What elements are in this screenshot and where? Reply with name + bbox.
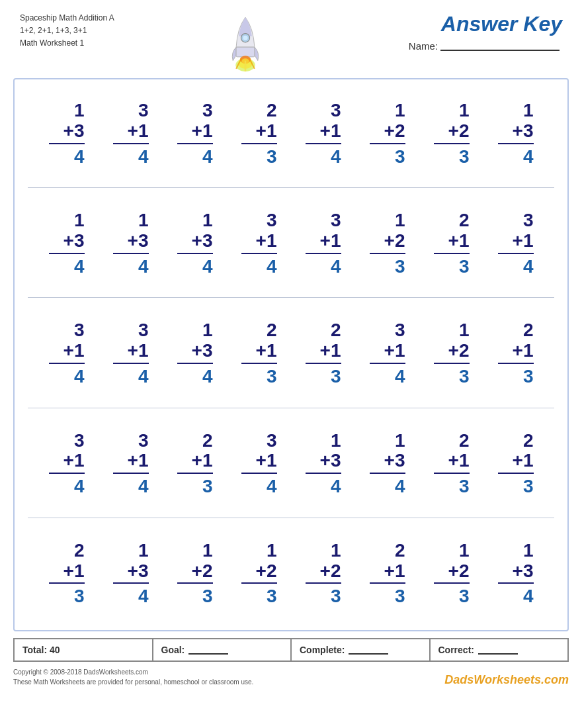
logo-dads: Dads: [444, 673, 474, 686]
title-line1: Spaceship Math Addition A: [20, 12, 114, 24]
copyright-left: Copyright © 2008-2018 DadsWorksheets.com…: [13, 667, 253, 687]
goal-cell: Goal:: [153, 639, 292, 660]
addend: +1: [241, 121, 277, 144]
top-number: 1: [459, 101, 470, 121]
title-line3: Math Worksheet 1: [20, 37, 114, 50]
header-center: [114, 12, 377, 71]
top-number: 2: [202, 431, 213, 451]
problem-r3-c7: 1+23: [429, 318, 475, 390]
problem-r1-c1: 1+34: [44, 98, 90, 170]
top-number: 1: [459, 541, 470, 561]
addend: +1: [49, 341, 85, 364]
problem-r3-c6: 3+14: [364, 318, 411, 390]
problem-r5-c8: 1+34: [493, 538, 539, 610]
top-number: 1: [202, 320, 213, 341]
problem-r1-c2: 3+14: [108, 98, 154, 170]
answer: 3: [523, 475, 534, 498]
total-value: 40: [50, 645, 60, 655]
answer-key-label: Answer Key: [441, 12, 562, 36]
addend: +2: [434, 561, 470, 584]
problem-r3-c5: 2+13: [300, 318, 347, 390]
addend: +1: [498, 341, 534, 364]
problem-r5-c7: 1+23: [429, 538, 475, 610]
top-number: 1: [267, 541, 277, 561]
complete-label: Complete:: [300, 645, 345, 655]
top-number: 3: [331, 101, 341, 121]
addend: +3: [49, 121, 85, 144]
title-line2: 1+2, 2+1, 1+3, 3+1: [20, 24, 114, 37]
addend: +3: [177, 341, 213, 364]
answer: 4: [523, 585, 534, 608]
addend: +2: [306, 561, 341, 584]
top-number: 3: [74, 320, 85, 341]
svg-rect-4: [236, 47, 255, 57]
top-number: 1: [395, 101, 405, 121]
addend: +1: [49, 451, 85, 474]
answer: 4: [395, 475, 405, 498]
problem-r4-c4: 3+14: [236, 428, 282, 500]
row-divider: [28, 297, 554, 298]
answer: 4: [202, 255, 213, 278]
answer: 4: [331, 255, 341, 278]
answer: 3: [523, 365, 534, 388]
problems-row-1: 1+343+143+142+133+141+231+231+34: [28, 86, 554, 177]
problem-r2-c4: 3+14: [236, 208, 282, 280]
answer: 3: [267, 585, 277, 608]
answer: 4: [331, 146, 341, 168]
answer: 4: [74, 475, 85, 498]
answer: 3: [459, 146, 470, 168]
answer: 4: [74, 255, 85, 278]
addend: +3: [370, 451, 405, 474]
top-number: 1: [395, 431, 405, 451]
top-number: 1: [459, 320, 470, 341]
addend: +1: [434, 231, 470, 254]
answer: 4: [202, 365, 213, 388]
answer: 4: [395, 365, 405, 388]
header-left: Spaceship Math Addition A 1+2, 2+1, 1+3,…: [20, 12, 114, 50]
top-number: 1: [202, 210, 213, 231]
addend: +2: [434, 341, 470, 364]
answer: 4: [138, 585, 149, 608]
addend: +3: [113, 561, 149, 584]
answer: 3: [202, 475, 213, 498]
problems-row-4: 3+143+142+133+141+341+342+132+13: [28, 416, 554, 507]
top-number: 3: [267, 210, 277, 231]
addend: +1: [241, 451, 277, 474]
top-number: 3: [395, 320, 405, 341]
addend: +1: [306, 341, 341, 364]
total-label: Total:: [22, 645, 47, 655]
answer: 3: [74, 585, 85, 608]
problem-r4-c1: 3+14: [44, 428, 90, 500]
answer: 3: [267, 365, 277, 388]
addend: +1: [177, 451, 213, 474]
problem-r3-c2: 3+14: [108, 318, 154, 390]
top-number: 1: [523, 101, 534, 121]
answer: 4: [202, 146, 213, 168]
complete-blank: [349, 645, 388, 655]
correct-cell: Correct:: [431, 639, 568, 660]
addend: +1: [49, 561, 85, 584]
top-number: 3: [523, 210, 534, 231]
answer: 4: [267, 475, 277, 498]
answer: 3: [459, 365, 470, 388]
answer: 4: [138, 475, 149, 498]
problem-r3-c1: 3+14: [44, 318, 90, 390]
goal-blank: [188, 645, 228, 655]
problem-r3-c4: 2+13: [236, 318, 282, 390]
problem-r2-c6: 1+23: [364, 208, 411, 280]
problems-row-2: 1+341+341+343+143+141+232+133+14: [28, 196, 554, 287]
top-number: 2: [267, 320, 277, 341]
logo-com: .com: [541, 673, 569, 686]
answer: 3: [459, 475, 470, 498]
answer: 3: [331, 365, 341, 388]
answer: 4: [138, 365, 149, 388]
goal-label: Goal:: [161, 645, 185, 655]
top-number: 1: [138, 541, 149, 561]
problem-r2-c2: 1+34: [108, 208, 154, 280]
copyright-line2: These Math Worksheets are provided for p…: [13, 677, 253, 687]
addend: +2: [177, 561, 213, 584]
answer: 3: [395, 585, 405, 608]
top-number: 2: [523, 320, 534, 341]
problem-r1-c7: 1+23: [429, 98, 475, 170]
addend: +1: [370, 561, 405, 584]
